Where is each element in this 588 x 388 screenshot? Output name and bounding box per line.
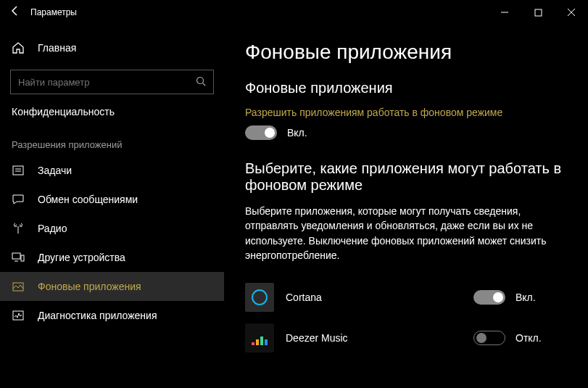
home-icon	[12, 41, 25, 54]
svg-rect-1	[535, 9, 542, 16]
svg-rect-10	[12, 253, 20, 259]
sidebar-item-tasks[interactable]: Задачи	[0, 156, 224, 185]
app-toggle-deezer[interactable]	[473, 331, 505, 345]
search-input-wrap[interactable]	[10, 70, 214, 94]
svg-line-5	[203, 83, 206, 86]
toggle-state-label: Вкл.	[515, 292, 536, 303]
allow-background-toggle[interactable]	[245, 125, 277, 140]
radio-icon	[12, 222, 25, 235]
sidebar-item-label: Фоновые приложения	[38, 281, 141, 292]
deezer-icon	[245, 323, 274, 352]
section-description: Выберите приложения, которые могут получ…	[245, 204, 557, 263]
allow-background-label: Разрешить приложениям работать в фоновом…	[245, 107, 568, 118]
toggle-state-label: Вкл.	[287, 127, 307, 139]
minimize-icon	[500, 8, 509, 17]
app-name-label: Cortana	[286, 292, 462, 303]
sidebar-home[interactable]: Главная	[0, 33, 224, 62]
close-button[interactable]	[555, 0, 588, 25]
app-row-deezer: Deezer Music Откл.	[245, 318, 568, 358]
search-input[interactable]	[18, 77, 196, 88]
minimize-button[interactable]	[488, 0, 521, 25]
toggle-state-label: Откл.	[515, 332, 542, 344]
sidebar-item-label: Диагностика приложения	[38, 310, 157, 321]
background-icon	[12, 280, 25, 293]
content-pane: Фоновые приложения Фоновые приложения Ра…	[225, 25, 588, 388]
sidebar-item-messaging[interactable]: Обмен сообщениями	[0, 185, 224, 214]
maximize-button[interactable]	[521, 0, 555, 25]
app-row-cortana: Cortana Вкл.	[245, 277, 568, 318]
section-title: Фоновые приложения	[245, 80, 568, 96]
app-name-label: Deezer Music	[286, 332, 462, 344]
app-toggle-cortana[interactable]	[473, 290, 505, 305]
chat-icon	[12, 193, 25, 206]
sidebar-item-label: Обмен сообщениями	[38, 194, 138, 205]
sidebar-group-label: Разрешения приложений	[0, 125, 224, 156]
maximize-icon	[534, 9, 542, 17]
sidebar-item-other-devices[interactable]: Другие устройства	[0, 243, 224, 272]
svg-point-4	[197, 77, 204, 83]
sidebar-category: Конфиденциальность	[0, 106, 224, 125]
search-icon	[196, 76, 206, 88]
sidebar-item-app-diagnostics[interactable]: Диагностика приложения	[0, 301, 224, 330]
back-button[interactable]	[0, 5, 30, 20]
svg-rect-6	[13, 166, 23, 175]
sidebar-item-label: Другие устройства	[38, 252, 125, 263]
close-icon	[567, 8, 576, 17]
diagnostics-icon	[12, 309, 25, 322]
sidebar-item-label: Радио	[38, 223, 67, 234]
devices-icon	[12, 251, 25, 264]
sidebar: Главная Конфиденциальность Разрешения пр…	[0, 25, 225, 388]
cortana-icon	[245, 283, 274, 312]
svg-rect-11	[21, 255, 24, 261]
tasks-icon	[12, 164, 25, 177]
sidebar-item-label: Задачи	[38, 165, 72, 176]
page-title: Фоновые приложения	[245, 41, 568, 64]
titlebar: Параметры	[0, 0, 588, 25]
sidebar-item-background-apps[interactable]: Фоновые приложения	[0, 272, 224, 301]
sidebar-item-radio[interactable]: Радио	[0, 214, 224, 243]
section-title: Выберите, какие приложения могут работат…	[245, 160, 568, 194]
window-title: Параметры	[30, 7, 77, 17]
arrow-left-icon	[9, 5, 21, 17]
sidebar-home-label: Главная	[38, 42, 76, 54]
